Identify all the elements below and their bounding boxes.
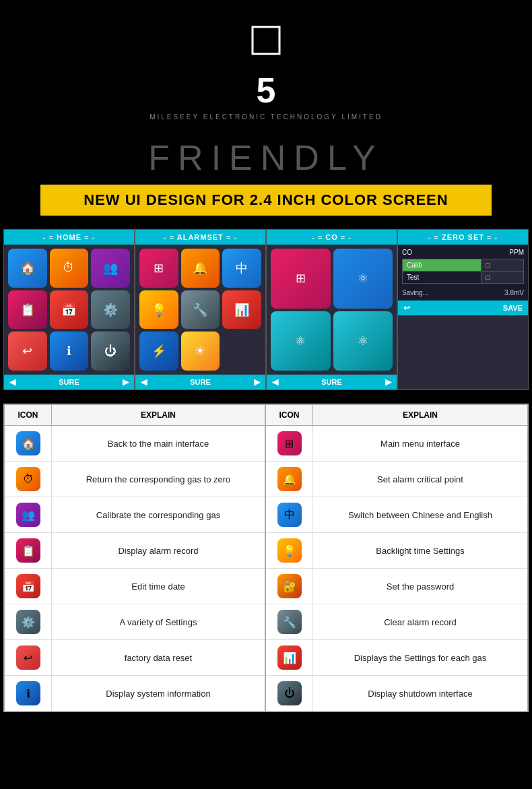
banner: NEW UI DESIGN FOR 2.4 INCH COLOR SCREEN: [40, 185, 492, 216]
co-screen: - = CO = - ⊞ ⚛ ⚛ ⚛ ◀ SURE ▶: [266, 229, 397, 390]
zeroset-back-arrow[interactable]: ↩: [403, 303, 410, 313]
right-text-2: Set alarm critical point: [313, 469, 527, 490]
table-right-header: ICON EXPLAIN: [266, 405, 527, 426]
test-label[interactable]: Test: [403, 272, 481, 284]
co-molecule1-icon[interactable]: ⚛: [333, 249, 393, 309]
co-back-arrow[interactable]: ◀: [272, 377, 278, 387]
home-screen-header: - = HOME = -: [4, 230, 134, 245]
saving-label: Saving...: [402, 289, 428, 296]
co-molecule2-icon[interactable]: ⚛: [271, 311, 331, 371]
table-row: 📅 Edit time date: [5, 569, 265, 604]
alarmset-bluetooth-icon[interactable]: ⚡: [139, 332, 178, 371]
reset-table-icon: ↩: [16, 645, 40, 670]
alarmset-bulb-icon[interactable]: 💡: [139, 290, 178, 329]
reset-icon[interactable]: ↩: [8, 332, 47, 371]
right-text-1: Main menu interface: [313, 433, 527, 454]
alarm-critical-table-icon: 🔔: [277, 467, 302, 491]
translate-table-icon: 中: [277, 503, 302, 527]
calib-table: Calib □ Test □: [402, 259, 524, 284]
table-row: ⊞ Main menu interface: [266, 426, 527, 462]
alarmset-broom-icon[interactable]: 🔧: [181, 290, 220, 329]
power-icon[interactable]: ⏻: [91, 332, 130, 371]
edit-icon[interactable]: 📋: [8, 290, 47, 329]
zeroset-unit-label: PPM: [509, 249, 524, 256]
info-table-icon: ℹ: [16, 681, 40, 705]
table-row: 🔐 Set the password: [266, 569, 527, 604]
table-row: 🔔 Set alarm critical point: [266, 462, 527, 497]
alarmset-bell-icon[interactable]: 🔔: [181, 249, 220, 288]
alarmset-back-arrow[interactable]: ◀: [141, 377, 147, 387]
left-text-6: A variety of Settings: [52, 612, 265, 633]
right-text-5: Set the password: [313, 576, 527, 597]
friendly-text: FRIENDLY: [0, 137, 532, 178]
timer-icon[interactable]: ⏱: [50, 249, 89, 288]
co-forward-arrow[interactable]: ▶: [385, 377, 391, 387]
home-icon[interactable]: 🏠: [8, 249, 47, 288]
alarmset-brightness-icon[interactable]: ☀: [181, 332, 220, 371]
table-row: ℹ Display system information: [5, 676, 265, 711]
right-icon-cell-8: ⏻: [266, 676, 313, 711]
left-icon-cell-1: 🏠: [5, 426, 52, 461]
co-grid-icon[interactable]: ⊞: [271, 249, 331, 309]
right-text-4: Backlight time Settings: [313, 540, 527, 561]
co-screen-body: ⊞ ⚛ ⚛ ⚛: [267, 245, 397, 375]
co-screen-footer: ◀ SURE ▶: [267, 375, 397, 389]
left-icon-cell-4: 📋: [5, 533, 52, 568]
table-left-header: ICON EXPLAIN: [5, 405, 265, 426]
right-icon-cell-6: 🔧: [266, 604, 313, 639]
right-text-3: Switch between Chinese and English: [313, 505, 527, 526]
table-row: ⚙️ A variety of Settings: [5, 604, 265, 640]
co-sure-label: SURE: [321, 378, 342, 386]
table-row: 🏠 Back to the main interface: [5, 426, 265, 462]
timer-table-icon: ⏱: [16, 467, 40, 491]
icon-table: ICON EXPLAIN 🏠 Back to the main interfac…: [3, 404, 529, 712]
info-icon[interactable]: ℹ: [50, 332, 89, 371]
right-icon-cell-1: ⊞: [266, 426, 313, 461]
home-forward-arrow[interactable]: ▶: [123, 377, 129, 387]
co-molecule3-icon[interactable]: ⚛: [333, 311, 393, 371]
table-row: 🔧 Clear alarm record: [266, 604, 527, 640]
right-icon-cell-7: 📊: [266, 640, 313, 675]
home-sure-label: SURE: [59, 378, 79, 386]
right-text-7: Displays the Settings for each gas: [313, 648, 527, 668]
left-text-7: factory data reset: [52, 648, 265, 668]
table-left-col: ICON EXPLAIN 🏠 Back to the main interfac…: [5, 405, 266, 711]
calib-label[interactable]: Calib: [403, 259, 481, 272]
svg-rect-0: [253, 27, 279, 54]
table-row: 💡 Backlight time Settings: [266, 533, 527, 569]
calendar-table-icon: 📅: [16, 574, 40, 598]
left-text-4: Display alarm record: [52, 540, 265, 561]
table-row: 中 Switch between Chinese and English: [266, 497, 527, 533]
logo-number: 5: [0, 70, 532, 111]
right-icon-cell-5: 🔐: [266, 569, 313, 604]
logo-section: 5 MILESEEY ELECTRONIC TECHNOLOGY LIMITED: [0, 0, 532, 127]
right-header-explain: EXPLAIN: [313, 405, 527, 425]
alarm-record-table-icon: 📋: [16, 538, 40, 563]
alarmset-grid-icon[interactable]: ⊞: [139, 249, 178, 288]
home-screen-footer: ◀ SURE ▶: [4, 375, 134, 389]
alarmset-screen-header: - = ALARMSET = -: [135, 230, 265, 245]
table-right-col: ICON EXPLAIN ⊞ Main menu interface 🔔 Set…: [266, 405, 527, 711]
left-text-5: Edit time date: [52, 576, 265, 597]
calendar-icon[interactable]: 📅: [50, 290, 89, 329]
right-header-icon: ICON: [266, 405, 313, 425]
calibrate-icon[interactable]: 👥: [91, 249, 130, 288]
logo-bracket: [239, 20, 293, 74]
settings-icon[interactable]: ⚙️: [91, 290, 130, 329]
zeroset-screen-footer: ↩ SAVE: [398, 301, 528, 315]
alarmset-translate-icon[interactable]: 中: [222, 249, 261, 288]
test-value: □: [481, 272, 524, 284]
left-header-icon: ICON: [5, 405, 52, 425]
alarmset-screen-body: ⊞ 🔔 中 💡 🔧 📊 ⚡ ☀: [135, 245, 265, 375]
screens-section: - = HOME = - 🏠 ⏱ 👥 📋 📅 ⚙️ ↩ ℹ ⏻ ◀ SURE ▶…: [3, 229, 529, 390]
alarmset-forward-arrow[interactable]: ▶: [254, 377, 260, 387]
alarmset-screen: - = ALARMSET = - ⊞ 🔔 中 💡 🔧 📊 ⚡ ☀ ◀ SURE …: [135, 229, 266, 390]
alarmset-bars-icon[interactable]: 📊: [222, 290, 261, 329]
table-row: ↩ factory data reset: [5, 640, 265, 676]
left-icon-cell-7: ↩: [5, 640, 52, 675]
gas-settings-table-icon: 📊: [277, 645, 302, 670]
zeroset-screen-header: - = ZERO SET = -: [398, 230, 528, 245]
left-icon-cell-8: ℹ: [5, 676, 52, 711]
left-icon-cell-6: ⚙️: [5, 604, 52, 639]
home-back-arrow[interactable]: ◀: [9, 377, 15, 387]
